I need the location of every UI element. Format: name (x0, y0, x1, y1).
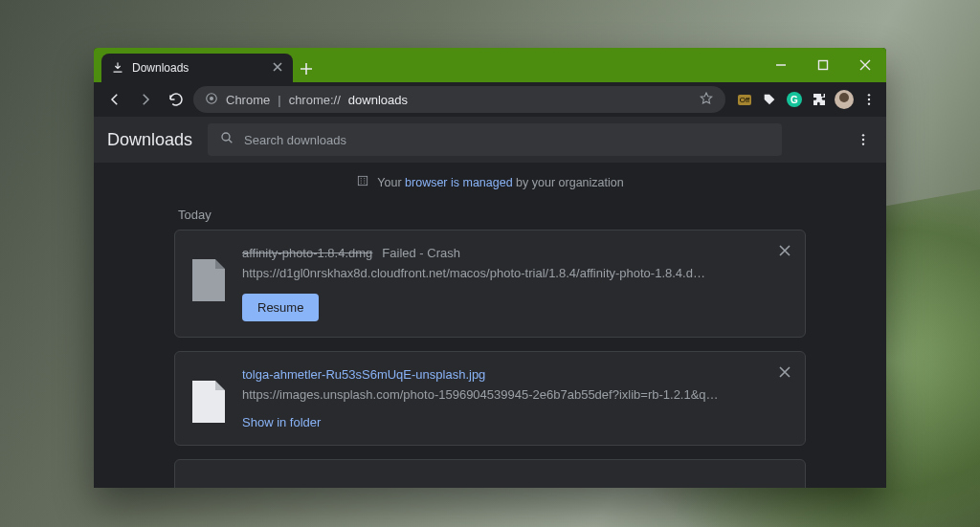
managed-banner: Your browser is managed by your organiza… (94, 163, 886, 198)
download-url: https://images.unsplash.com/photo-159690… (242, 387, 788, 402)
resume-button[interactable]: Resume (242, 294, 319, 321)
download-filename[interactable]: affinity-photo-1.8.4.dmg (242, 246, 372, 260)
bookmark-star-icon[interactable] (699, 91, 714, 109)
new-tab-button[interactable] (293, 55, 320, 82)
remove-download-icon[interactable] (778, 365, 791, 383)
downloads-header: Downloads (94, 117, 886, 163)
page-title: Downloads (107, 130, 192, 150)
download-filename[interactable]: tolga-ahmetler-Ru53sS6mUqE-unsplash.jpg (242, 367, 485, 382)
svg-point-7 (862, 134, 864, 136)
omnibox-divider: | (278, 93, 280, 107)
building-icon (356, 174, 369, 190)
extensions-puzzle-icon[interactable] (810, 90, 829, 109)
search-input[interactable] (244, 133, 770, 147)
extension-grammarly-icon[interactable]: G (785, 90, 804, 109)
download-icon (111, 61, 124, 75)
svg-point-9 (862, 143, 864, 144)
extension-tag-icon[interactable] (760, 90, 779, 109)
file-icon (192, 381, 225, 423)
svg-point-4 (868, 99, 870, 100)
tab-close-icon[interactable] (272, 61, 283, 76)
search-downloads-field[interactable] (208, 123, 782, 156)
maximize-button[interactable] (802, 48, 844, 82)
chrome-window: Downloads Chrome | chrome://downloads (94, 48, 886, 488)
search-icon (219, 130, 234, 149)
downloads-section: Today affinity-photo-1.8.4.dmg Failed - … (174, 198, 806, 488)
window-controls (760, 48, 886, 82)
svg-point-2 (210, 96, 213, 99)
download-card: affinity-photo-1.8.4.dmg Failed - Crash … (174, 230, 806, 338)
omnibox-url-path: downloads (348, 93, 408, 107)
svg-point-3 (868, 94, 870, 96)
download-status: Failed - Crash (382, 246, 460, 260)
download-url: https://d1gl0nrskhax8d.cloudfront.net/ma… (242, 266, 788, 280)
profile-avatar[interactable] (835, 90, 854, 109)
downloads-more-menu[interactable] (854, 130, 873, 149)
svg-rect-0 (819, 61, 828, 70)
svg-point-5 (868, 102, 870, 104)
window-titlebar: Downloads (94, 48, 886, 82)
download-card (174, 459, 806, 488)
minimize-button[interactable] (760, 48, 802, 82)
managed-suffix: by your organization (513, 176, 624, 189)
omnibox-url-prefix: chrome:// (289, 93, 341, 107)
browser-tab[interactable]: Downloads (101, 54, 293, 82)
section-date-label: Today (174, 198, 806, 230)
close-window-button[interactable] (844, 48, 886, 82)
reload-button[interactable] (163, 86, 189, 113)
download-card: tolga-ahmetler-Ru53sS6mUqE-unsplash.jpg … (174, 351, 806, 446)
address-bar[interactable]: Chrome | chrome://downloads (193, 86, 725, 113)
forward-button[interactable] (132, 86, 159, 113)
chrome-icon (205, 92, 218, 108)
svg-rect-10 (359, 176, 368, 185)
back-button[interactable] (101, 86, 128, 113)
downloads-scroll-area[interactable]: Your browser is managed by your organiza… (94, 163, 886, 488)
browser-toolbar: Chrome | chrome://downloads Off G (94, 82, 886, 117)
svg-point-8 (862, 139, 864, 141)
extensions-row: Off G (729, 90, 879, 109)
show-in-folder-link[interactable]: Show in folder (242, 415, 321, 429)
tab-title: Downloads (132, 61, 264, 75)
omnibox-scheme-label: Chrome (226, 93, 270, 107)
chrome-menu-icon[interactable] (859, 90, 879, 109)
file-icon (192, 259, 225, 301)
extension-off-badge[interactable]: Off (735, 90, 754, 109)
remove-download-icon[interactable] (778, 244, 791, 261)
managed-link[interactable]: browser is managed (405, 176, 513, 189)
svg-point-6 (222, 133, 230, 141)
managed-prefix: Your (377, 176, 405, 189)
